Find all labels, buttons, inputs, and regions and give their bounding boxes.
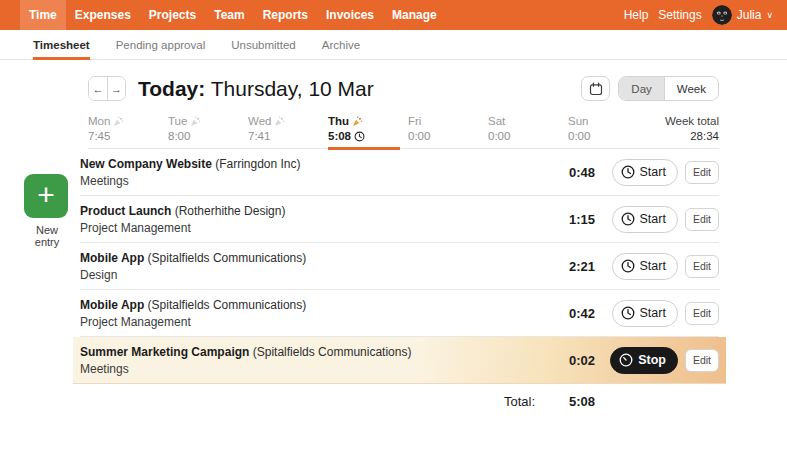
stop-timer-button[interactable]: Stop (610, 347, 678, 374)
entry-details: Product Launch (Rotherhithe Design) Proj… (80, 204, 549, 235)
time-entry-list: New Company Website (Farringdon Inc) Mee… (80, 149, 719, 384)
tab-pending-approval[interactable]: Pending approval (116, 30, 206, 59)
total-value: 5:08 (549, 394, 595, 409)
clock-icon (621, 306, 635, 320)
day-cell-sun[interactable]: Sun 0:00 (568, 115, 648, 142)
avatar (712, 5, 732, 25)
day-cell-thu-selected[interactable]: Thu 5:08 (328, 115, 408, 142)
entry-duration: 1:15 (549, 212, 595, 227)
party-popper-icon (190, 116, 201, 127)
total-label: Total: (80, 394, 549, 409)
day-cell-wed[interactable]: Wed 7:41 (248, 115, 328, 142)
week-view-button[interactable]: Week (664, 77, 718, 100)
entry-duration: 2:21 (549, 259, 595, 274)
entry-details: New Company Website (Farringdon Inc) Mee… (80, 157, 549, 188)
edit-entry-button[interactable]: Edit (685, 255, 719, 278)
user-name: Julia (737, 8, 762, 22)
party-popper-icon (274, 116, 285, 127)
clock-icon (621, 259, 635, 273)
day-cell-sat[interactable]: Sat 0:00 (488, 115, 568, 142)
entry-duration: 0:48 (549, 165, 595, 180)
app-header: Time Expenses Projects Team Reports Invo… (0, 0, 787, 30)
arrow-right-icon: → (111, 83, 122, 95)
entry-duration: 0:42 (549, 306, 595, 321)
edit-entry-button[interactable]: Edit (685, 208, 719, 231)
running-timer-clock-icon (354, 131, 365, 142)
start-timer-button[interactable]: Start (612, 253, 678, 280)
edit-entry-button[interactable]: Edit (685, 349, 719, 372)
tab-unsubmitted[interactable]: Unsubmitted (231, 30, 296, 59)
start-timer-button[interactable]: Start (612, 300, 678, 327)
tab-timesheet[interactable]: Timesheet (33, 30, 90, 59)
user-menu[interactable]: Julia ∨ (712, 5, 773, 25)
entry-details: Mobile App (Spitalfields Communications)… (80, 298, 549, 329)
nav-item-team[interactable]: Team (205, 0, 253, 30)
time-entry-row: Product Launch (Rotherhithe Design) Proj… (80, 196, 719, 243)
clock-icon (621, 165, 635, 179)
day-total: Total: 5:08 (80, 394, 719, 409)
clock-icon (621, 212, 635, 226)
time-entry-row: Mobile App (Spitalfields Communications)… (80, 243, 719, 290)
entry-duration: 0:02 (549, 353, 595, 368)
new-entry-button[interactable]: + (24, 174, 68, 218)
day-cell-fri[interactable]: Fri 0:00 (408, 115, 488, 142)
week-total: Week total 28:34 (665, 115, 719, 142)
day-view-button[interactable]: Day (619, 77, 663, 100)
start-timer-button[interactable]: Start (612, 206, 678, 233)
date-toolbar: ← → Today: Thursday, 10 Mar Day Week (88, 76, 719, 101)
time-entry-row: Mobile App (Spitalfields Communications)… (80, 290, 719, 337)
edit-entry-button[interactable]: Edit (685, 161, 719, 184)
calendar-button[interactable] (581, 76, 610, 101)
start-timer-button[interactable]: Start (612, 159, 678, 186)
nav-item-time[interactable]: Time (20, 0, 66, 30)
party-popper-icon (352, 116, 363, 127)
entry-details: Summer Marketing Campaign (Spitalfields … (80, 345, 549, 376)
chevron-down-icon: ∨ (766, 11, 773, 20)
party-popper-icon (113, 116, 124, 127)
nav-item-reports[interactable]: Reports (254, 0, 317, 30)
day-week-toggle: Day Week (618, 76, 719, 101)
next-day-button[interactable]: → (107, 77, 125, 100)
plus-icon: + (37, 180, 55, 210)
previous-day-button[interactable]: ← (89, 77, 107, 100)
nav-item-projects[interactable]: Projects (140, 0, 205, 30)
new-entry-label: New entry (24, 224, 70, 248)
tab-archive[interactable]: Archive (322, 30, 360, 59)
page-title: Today: Thursday, 10 Mar (138, 77, 374, 101)
week-strip: Mon 7:45 Tue 8:00 Wed 7:41 Thu 5:08 Fri … (88, 115, 719, 149)
nav-item-expenses[interactable]: Expenses (66, 0, 140, 30)
main-nav: Time Expenses Projects Team Reports Invo… (20, 0, 446, 30)
calendar-icon (589, 82, 603, 96)
time-entry-row: New Company Website (Farringdon Inc) Mee… (80, 149, 719, 196)
edit-entry-button[interactable]: Edit (685, 302, 719, 325)
section-tabs: Timesheet Pending approval Unsubmitted A… (0, 30, 787, 60)
entry-details: Mobile App (Spitalfields Communications)… (80, 251, 549, 282)
settings-link[interactable]: Settings (658, 8, 701, 22)
day-cell-mon[interactable]: Mon 7:45 (88, 115, 168, 142)
help-link[interactable]: Help (624, 8, 649, 22)
nav-item-manage[interactable]: Manage (383, 0, 446, 30)
clock-icon (619, 353, 633, 367)
arrow-left-icon: ← (93, 83, 104, 95)
time-entry-row-running: Summer Marketing Campaign (Spitalfields … (73, 337, 726, 384)
day-cell-tue[interactable]: Tue 8:00 (168, 115, 248, 142)
nav-item-invoices[interactable]: Invoices (317, 0, 383, 30)
